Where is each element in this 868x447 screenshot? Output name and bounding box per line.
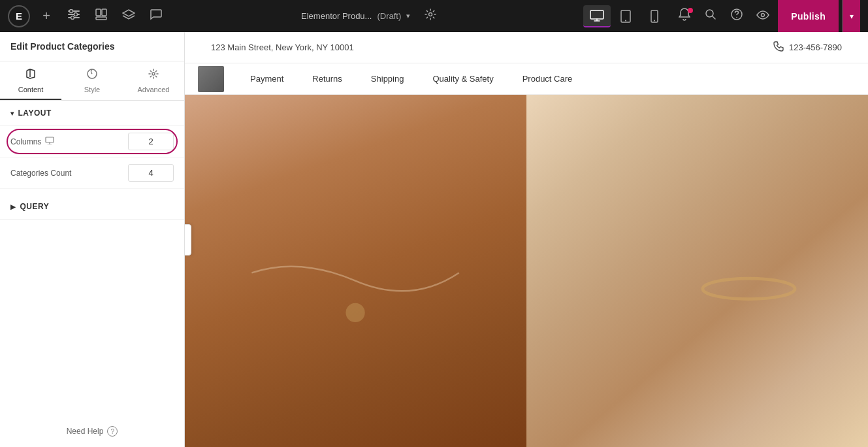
doc-dropdown-icon[interactable]: ▾ — [406, 12, 410, 20]
mobile-view-button[interactable] — [641, 5, 668, 27]
svg-rect-21 — [46, 137, 54, 142]
style-tab-icon — [86, 68, 98, 83]
left-panel: Edit Product Categories Content Style Ad… — [0, 32, 185, 447]
settings-gear-button[interactable] — [419, 5, 442, 27]
svg-point-24 — [702, 278, 794, 299]
query-section-label: Query — [20, 202, 50, 211]
add-button[interactable]: + — [35, 5, 57, 27]
panel-title: Edit Product Categories — [0, 32, 184, 61]
notifications-button[interactable] — [673, 5, 696, 27]
publish-button[interactable]: Publish — [778, 0, 839, 32]
help-icon — [731, 8, 743, 24]
categories-count-label: Categories Count — [10, 169, 123, 178]
store-logo-img — [198, 66, 224, 92]
elementor-logo[interactable]: E — [8, 5, 30, 27]
nav-product-care[interactable]: Product Care — [509, 63, 586, 94]
filters-button[interactable] — [63, 5, 85, 27]
svg-point-5 — [71, 16, 74, 20]
categories-count-label-text: Categories Count — [10, 169, 71, 178]
help-button[interactable] — [726, 5, 748, 27]
top-bar-right: Publish ▾ — [673, 0, 860, 32]
pages-icon — [95, 8, 107, 24]
svg-point-20 — [152, 73, 155, 75]
svg-rect-8 — [96, 17, 106, 20]
product-image-necklace — [185, 95, 526, 447]
svg-point-12 — [625, 20, 626, 21]
layout-section-label: Layout — [18, 108, 52, 118]
main-area: Edit Product Categories Content Style Ad… — [0, 32, 868, 447]
style-tab-label: Style — [84, 86, 100, 93]
store-phone: 123-456-7890 — [773, 41, 842, 54]
eye-icon — [756, 9, 769, 23]
product-image-ring — [526, 95, 868, 447]
svg-point-4 — [74, 13, 78, 16]
product-images: ‹ — [185, 95, 868, 447]
svg-point-18 — [762, 14, 765, 17]
panel-content: ▾ Layout Columns 2 Categories Count — [0, 101, 184, 416]
doc-title-area: Elementor Produ... (Draft) ▾ — [172, 5, 570, 27]
nav-returns[interactable]: Returns — [299, 63, 355, 94]
columns-label: Columns — [10, 137, 123, 146]
svg-point-15 — [706, 10, 713, 17]
nav-shipping[interactable]: Shipping — [358, 63, 417, 94]
columns-label-text: Columns — [10, 137, 41, 146]
settings-gear-icon — [425, 8, 436, 24]
pages-button[interactable] — [90, 5, 112, 27]
content-tab-icon — [25, 68, 37, 83]
advanced-tab-label: Advanced — [138, 86, 170, 93]
layers-icon — [122, 9, 135, 23]
columns-input[interactable]: 2 — [128, 133, 174, 150]
query-collapse-icon: ▶ — [10, 203, 16, 210]
categories-count-field-row: Categories Count 4 — [0, 157, 184, 189]
phone-icon — [773, 41, 784, 54]
canvas-area: 123 Main Street, New York, NY 10001 123-… — [185, 32, 868, 447]
canvas-inner: 123 Main Street, New York, NY 10001 123-… — [185, 32, 868, 447]
search-icon — [705, 8, 716, 24]
tab-content[interactable]: Content — [0, 61, 61, 100]
tablet-view-button[interactable] — [612, 5, 639, 27]
nav-quality-safety[interactable]: Quality & Safety — [419, 63, 506, 94]
svg-point-9 — [429, 13, 432, 16]
panel-collapse-button[interactable]: ‹ — [185, 224, 191, 256]
doc-title: Elementor Produ... — [301, 11, 372, 21]
publish-chevron-icon: ▾ — [850, 12, 854, 21]
store-nav: Payment Returns Shipping Quality & Safet… — [185, 63, 868, 95]
chat-button[interactable] — [145, 5, 167, 27]
svg-point-23 — [346, 303, 365, 322]
svg-point-3 — [70, 10, 73, 13]
layout-collapse-icon: ▾ — [10, 110, 14, 117]
content-tab-label: Content — [18, 86, 44, 93]
desktop-view-button[interactable] — [583, 5, 611, 27]
tab-advanced[interactable]: Advanced — [123, 61, 184, 100]
tab-style[interactable]: Style — [61, 61, 123, 100]
panel-tabs: Content Style Advanced — [0, 61, 184, 101]
need-help-section[interactable]: Need Help ? — [0, 416, 184, 447]
layers-button[interactable] — [118, 5, 140, 27]
top-bar: E + Elementor Produ... (Draft) ▾ — [0, 0, 868, 32]
nav-payment[interactable]: Payment — [237, 63, 297, 94]
notification-dot — [688, 8, 693, 13]
view-mode-switcher — [583, 5, 668, 27]
preview-button[interactable] — [752, 5, 774, 27]
svg-point-17 — [737, 17, 738, 18]
store-top-bar: 123 Main Street, New York, NY 10001 123-… — [185, 32, 868, 63]
filters-icon — [68, 9, 80, 23]
need-help-label: Need Help — [67, 427, 104, 436]
search-button[interactable] — [699, 5, 722, 27]
layout-section-header[interactable]: ▾ Layout — [0, 101, 184, 126]
columns-field-row: Columns 2 — [0, 126, 184, 157]
categories-count-input[interactable]: 4 — [128, 164, 174, 182]
advanced-tab-icon — [148, 68, 159, 83]
svg-rect-6 — [96, 9, 101, 16]
doc-status: (Draft) — [377, 11, 401, 21]
columns-responsive-icon — [45, 137, 54, 146]
svg-rect-7 — [102, 9, 106, 16]
svg-point-14 — [654, 20, 655, 21]
chat-icon — [150, 8, 162, 24]
help-circle-icon: ? — [107, 426, 118, 437]
add-icon: + — [42, 8, 50, 24]
store-logo — [198, 66, 224, 92]
store-address: 123 Main Street, New York, NY 10001 — [211, 42, 354, 52]
query-section-header[interactable]: ▶ Query — [0, 194, 184, 220]
publish-dropdown-button[interactable]: ▾ — [843, 0, 860, 32]
